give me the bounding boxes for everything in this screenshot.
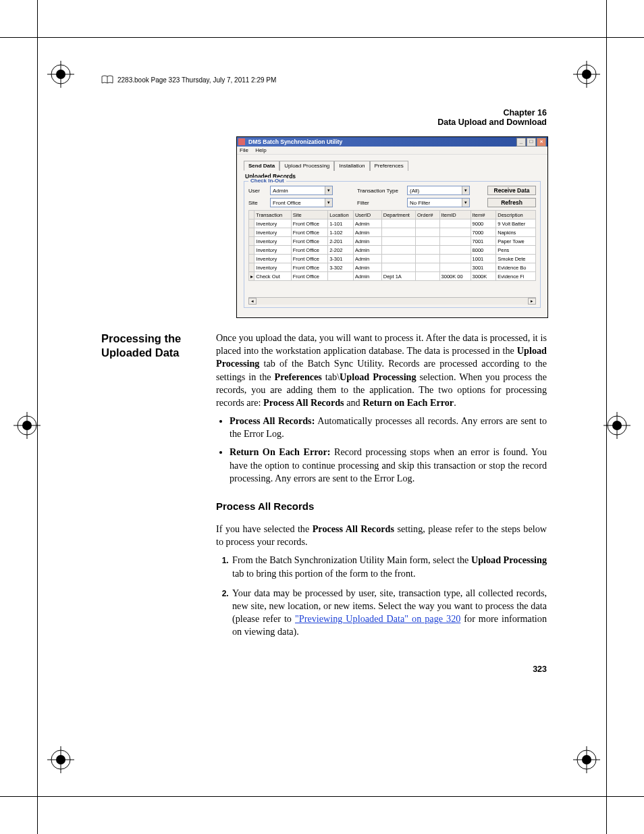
txn-type-value: (All) xyxy=(410,188,462,194)
col-location[interactable]: Location xyxy=(328,211,354,219)
table-cell xyxy=(381,237,415,246)
user-combo[interactable]: Admin ▾ xyxy=(270,186,333,195)
xref-previewing-uploaded-data[interactable]: "Previewing Uploaded Data" on page 320 xyxy=(295,613,460,624)
table-cell: 1-101 xyxy=(328,219,354,228)
table-row[interactable]: InventoryFront Office1-102Admin7000Napki… xyxy=(249,228,536,237)
bullet-return-on-error: Return On Each Error: Record processing … xyxy=(230,446,547,485)
registration-mark-icon xyxy=(573,61,600,88)
crop-tick xyxy=(620,796,644,797)
row-handle xyxy=(249,228,254,237)
registration-mark-icon xyxy=(47,61,74,88)
crop-mark-bottom xyxy=(0,796,644,797)
table-row[interactable]: ▸Check OutFront OfficeAdminDept 1A3000K … xyxy=(249,272,536,281)
horizontal-scrollbar[interactable]: ◂ ▸ xyxy=(248,297,536,305)
table-cell xyxy=(439,263,471,272)
table-cell: Evidence Bo xyxy=(496,263,536,272)
chapter-heading: Chapter 16 Data Upload and Download xyxy=(101,108,547,127)
txn-type-combo[interactable]: (All) ▾ xyxy=(407,186,470,195)
step-2: Your data may be processed by user, site… xyxy=(231,587,547,639)
records-table: Transaction Site Location UserID Departm… xyxy=(248,210,536,281)
table-cell: 9000 xyxy=(471,219,496,228)
site-combo[interactable]: Front Office ▾ xyxy=(270,198,333,207)
col-department[interactable]: Department xyxy=(381,211,415,219)
user-combo-value: Admin xyxy=(273,188,325,194)
scroll-right-icon[interactable]: ▸ xyxy=(528,298,536,305)
table-cell: Pens xyxy=(496,246,536,255)
tab-preferences[interactable]: Preferences xyxy=(370,161,408,171)
table-cell: Admin xyxy=(353,263,381,272)
receive-data-button[interactable]: Receive Data xyxy=(487,186,536,195)
table-row[interactable]: InventoryFront Office3-301Admin1001Smoke… xyxy=(249,255,536,263)
table-cell: Smoke Dete xyxy=(496,255,536,263)
table-cell xyxy=(381,263,415,272)
app-icon xyxy=(238,138,245,145)
table-cell: Evidence Fi xyxy=(496,272,536,281)
table-cell: 3-302 xyxy=(328,263,354,272)
row-handle xyxy=(249,237,254,246)
window-title: DMS Batch Synchronization Utility xyxy=(247,138,516,145)
row-handle xyxy=(249,246,254,255)
table-row[interactable]: InventoryFront Office2-201Admin7001Paper… xyxy=(249,237,536,246)
row-handle-header xyxy=(249,211,254,219)
col-description[interactable]: Description xyxy=(496,211,536,219)
running-head: 2283.book Page 323 Thursday, July 7, 201… xyxy=(101,75,276,84)
chapter-title: Data Upload and Download xyxy=(101,118,547,127)
scroll-track[interactable] xyxy=(257,298,528,305)
col-userid[interactable]: UserID xyxy=(353,211,381,219)
menu-file[interactable]: File xyxy=(240,147,248,153)
refresh-button[interactable]: Refresh xyxy=(487,198,536,207)
table-row[interactable]: InventoryFront Office3-302Admin3001Evide… xyxy=(249,263,536,272)
table-cell: 3-301 xyxy=(328,255,354,263)
site-combo-value: Front Office xyxy=(273,200,325,206)
chevron-down-icon: ▾ xyxy=(462,186,469,194)
tab-upload-processing[interactable]: Upload Processing xyxy=(279,161,334,171)
table-cell: Inventory xyxy=(254,263,291,272)
table-cell xyxy=(439,219,471,228)
chevron-down-icon: ▾ xyxy=(462,199,469,207)
tab-installation[interactable]: Installation xyxy=(334,161,369,171)
table-cell: Front Office xyxy=(291,219,327,228)
table-cell: Napkins xyxy=(496,228,536,237)
registration-mark-icon xyxy=(47,746,74,773)
col-itemno[interactable]: Item# xyxy=(471,211,496,219)
table-cell xyxy=(439,255,471,263)
table-cell: Admin xyxy=(353,255,381,263)
chevron-down-icon: ▾ xyxy=(325,186,332,194)
col-site[interactable]: Site xyxy=(291,211,327,219)
registration-mark-icon xyxy=(14,412,41,439)
table-cell: Front Office xyxy=(291,237,327,246)
menu-help[interactable]: Help xyxy=(255,147,266,153)
tab-send-data[interactable]: Send Data xyxy=(244,161,279,171)
table-cell: 3000K xyxy=(471,272,496,281)
col-itemid[interactable]: ItemID xyxy=(439,211,471,219)
crop-tick xyxy=(37,810,38,834)
col-order[interactable]: Order# xyxy=(415,211,439,219)
group-legend: Check In-Out xyxy=(248,178,286,184)
table-cell xyxy=(415,228,439,237)
table-cell: Inventory xyxy=(254,246,291,255)
row-handle: ▸ xyxy=(249,272,254,281)
filter-label: Filter xyxy=(357,200,404,206)
book-icon xyxy=(101,75,113,84)
filter-combo[interactable]: No Filter ▾ xyxy=(407,198,470,207)
minimize-button[interactable]: _ xyxy=(516,138,526,147)
table-cell xyxy=(415,272,439,281)
table-row[interactable]: InventoryFront Office1-101Admin90009 Vol… xyxy=(249,219,536,228)
table-cell: Inventory xyxy=(254,219,291,228)
maximize-button[interactable]: □ xyxy=(527,138,536,147)
table-cell xyxy=(381,228,415,237)
scroll-left-icon[interactable]: ◂ xyxy=(248,298,257,305)
table-cell xyxy=(415,255,439,263)
txn-type-label: Transaction Type xyxy=(357,188,404,194)
app-screenshot: DMS Batch Synchronization Utility _ □ × … xyxy=(236,136,548,318)
crop-mark-top xyxy=(0,37,644,38)
table-cell: Admin xyxy=(353,237,381,246)
table-row[interactable]: InventoryFront Office2-202Admin8000Pens xyxy=(249,246,536,255)
table-cell: Dept 1A xyxy=(381,272,415,281)
check-in-out-group: Check In-Out User Admin ▾ Transaction Ty… xyxy=(244,181,541,308)
col-transaction[interactable]: Transaction xyxy=(254,211,291,219)
table-cell: 3000K 00 xyxy=(439,272,471,281)
close-button[interactable]: × xyxy=(537,138,546,147)
table-cell xyxy=(381,219,415,228)
table-cell: Front Office xyxy=(291,263,327,272)
